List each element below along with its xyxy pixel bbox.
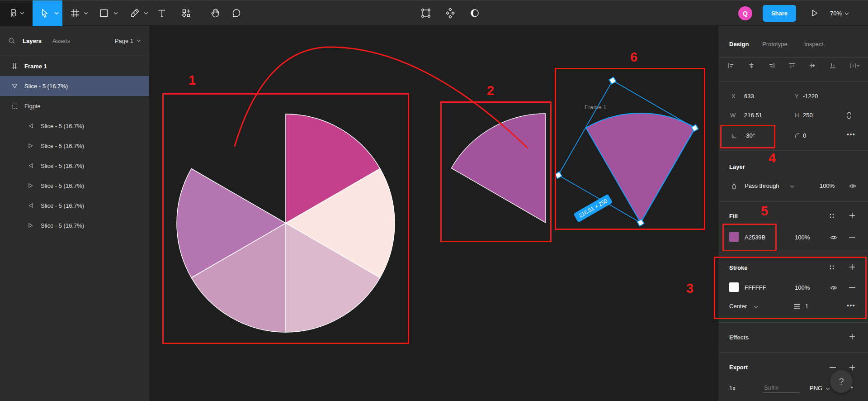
align-right-icon[interactable]	[768, 62, 775, 69]
export-suffix-input[interactable]	[763, 383, 800, 393]
stroke-more-options-icon[interactable]: •••	[847, 301, 855, 309]
present-play-icon[interactable]	[809, 8, 819, 18]
pen-tool-chevron-icon[interactable]	[144, 11, 148, 15]
more-options-icon[interactable]: •••	[847, 130, 855, 138]
stroke-add-icon[interactable]	[849, 263, 856, 271]
constrain-proportions-icon[interactable]	[845, 111, 853, 120]
layer-row[interactable]: Slice - 5 (16.7%)	[0, 156, 149, 176]
blend-mode-icon	[731, 183, 737, 190]
h-field[interactable]: 250	[803, 112, 813, 119]
shape-tool-chevron-icon[interactable]	[113, 11, 118, 15]
pen-tool-icon[interactable]	[129, 8, 140, 19]
zoom-level: 70%	[830, 10, 842, 17]
stroke-styles-icon[interactable]	[829, 264, 835, 271]
page-selector-label: Page 1	[115, 38, 133, 44]
export-add-icon[interactable]	[849, 364, 856, 371]
fill-styles-icon[interactable]	[829, 213, 835, 219]
layer-opacity-field[interactable]: 100%	[820, 182, 835, 189]
tab-assets[interactable]: Assets	[52, 38, 70, 44]
edit-object-icon[interactable]	[420, 7, 432, 19]
fill-visibility-eye-icon[interactable]	[830, 235, 837, 240]
stroke-weight-icon	[793, 304, 801, 309]
frame-tool-chevron-icon[interactable]	[84, 11, 88, 15]
export-scale-select[interactable]: 1x	[729, 385, 736, 391]
stroke-visibility-eye-icon[interactable]	[830, 285, 837, 291]
tab-layers[interactable]: Layers	[23, 38, 42, 44]
layer-row[interactable]: Slice - 5 (16.7%)	[0, 196, 149, 215]
create-component-icon[interactable]	[444, 7, 456, 19]
comment-tool-icon[interactable]	[231, 8, 242, 19]
align-vertical-center-icon[interactable]	[809, 62, 816, 69]
page-selector[interactable]: Page 1	[115, 38, 141, 44]
mask-icon[interactable]	[469, 7, 481, 19]
frame-tool-icon[interactable]	[70, 8, 80, 19]
tab-design[interactable]: Design	[729, 41, 749, 48]
fill-add-icon[interactable]	[849, 212, 856, 219]
avatar[interactable]: Q	[738, 6, 752, 20]
stroke-remove-icon[interactable]	[849, 287, 855, 288]
tab-inspect[interactable]: Inspect	[804, 41, 823, 48]
search-icon[interactable]	[8, 37, 15, 44]
layer-row[interactable]: Slice - 5 (16.7%)	[0, 176, 149, 196]
fill-hex-field[interactable]: A2539B	[745, 234, 765, 241]
export-format-chevron-icon[interactable]	[826, 387, 830, 391]
stroke-section-heading: Stroke	[729, 264, 747, 271]
y-field[interactable]: -1220	[803, 93, 818, 100]
layer-row[interactable]: Slice - 5 (16.7%)	[0, 116, 149, 136]
export-format-select[interactable]: PNG	[810, 385, 822, 391]
fill-remove-icon[interactable]	[849, 237, 855, 238]
w-field[interactable]: 216.51	[744, 112, 762, 119]
design-panel: Design Prototype Inspect X 633 Y -1220 W…	[718, 26, 868, 401]
stroke-weight-field[interactable]: 1	[805, 303, 808, 310]
blend-mode-select[interactable]: Pass through	[745, 182, 779, 189]
layer-row[interactable]: Slice - 5 (16.7%)	[0, 136, 149, 156]
corner-radius-field[interactable]: 0	[803, 132, 806, 139]
text-tool-icon[interactable]	[156, 8, 167, 19]
fill-color-swatch[interactable]	[729, 232, 739, 242]
align-left-icon[interactable]	[727, 62, 735, 69]
move-tool-icon[interactable]	[39, 8, 50, 19]
frame-title-label[interactable]: Frame 1	[585, 104, 606, 110]
hand-tool-icon[interactable]	[210, 8, 221, 19]
layer-section-heading: Layer	[729, 163, 745, 170]
layer-label: Slice - 5 (16.7%)	[41, 182, 84, 189]
w-field-label: W	[730, 112, 736, 119]
tab-prototype[interactable]: Prototype	[762, 41, 788, 48]
corner-radius-icon	[794, 133, 801, 139]
blend-mode-chevron-icon[interactable]	[790, 185, 794, 188]
help-button[interactable]: ?	[830, 370, 853, 393]
export-remove-icon[interactable]	[830, 367, 836, 368]
triangle-right-icon	[27, 223, 34, 228]
menu-chevron-icon[interactable]	[20, 11, 24, 15]
align-top-icon[interactable]	[788, 62, 796, 69]
layer-label: Slice - 5 (16.7%)	[24, 83, 68, 90]
move-tool-chevron-icon[interactable]	[54, 11, 59, 15]
align-bottom-icon[interactable]	[829, 62, 836, 69]
shape-tool-icon[interactable]	[99, 8, 109, 18]
stroke-align-select[interactable]: Center	[729, 303, 747, 310]
x-field[interactable]: 633	[744, 93, 754, 100]
distribute-menu-icon[interactable]	[849, 62, 859, 69]
chevron-down-icon	[137, 39, 141, 43]
layer-row[interactable]: Slice - 5 (16.7%)	[0, 76, 149, 96]
share-button[interactable]: Share	[763, 5, 796, 22]
zoom-control[interactable]: 70%	[830, 0, 849, 26]
stroke-opacity-field[interactable]: 100%	[795, 284, 810, 291]
fill-opacity-field[interactable]: 100%	[795, 234, 810, 241]
figma-logo-icon[interactable]	[8, 8, 19, 19]
rotation-field[interactable]: -30°	[744, 132, 755, 139]
export-section-heading: Export	[729, 364, 748, 371]
layer-visibility-eye-icon[interactable]	[849, 183, 856, 189]
resources-tool-icon[interactable]	[181, 8, 192, 19]
stroke-hex-field[interactable]: FFFFFF	[745, 284, 766, 291]
stroke-color-swatch[interactable]	[729, 282, 739, 292]
rotation-icon	[731, 133, 737, 139]
layer-row[interactable]: Frame 1	[0, 56, 149, 76]
stroke-align-chevron-icon[interactable]	[754, 305, 758, 309]
effects-add-icon[interactable]	[849, 333, 856, 340]
layer-row[interactable]: Figpie	[0, 96, 149, 116]
align-horizontal-center-icon[interactable]	[748, 62, 755, 69]
canvas[interactable]	[149, 26, 718, 401]
layer-label: Figpie	[24, 103, 40, 110]
layer-row[interactable]: Slice - 5 (16.7%)	[0, 215, 149, 235]
